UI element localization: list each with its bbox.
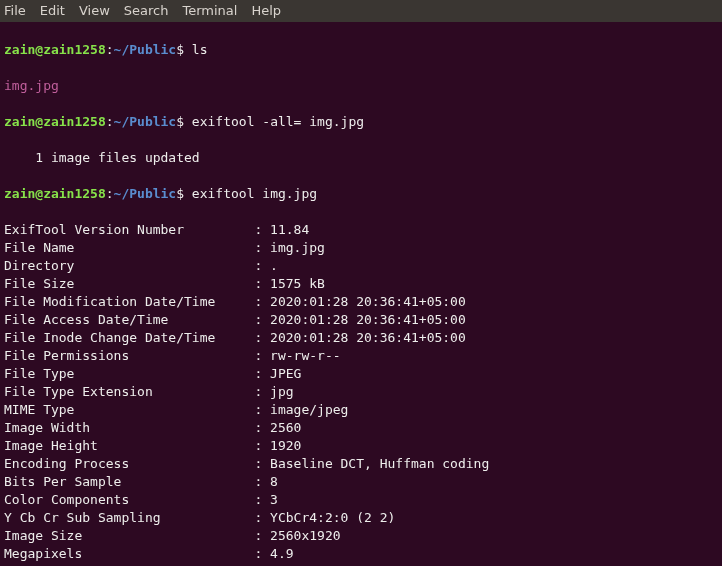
exif-field: ExifTool Version Number : 11.84 xyxy=(4,221,718,239)
exif-field: Megapixels : 4.9 xyxy=(4,545,718,563)
menu-edit[interactable]: Edit xyxy=(40,2,65,20)
exif-field: Encoding Process : Baseline DCT, Huffman… xyxy=(4,455,718,473)
menu-view[interactable]: View xyxy=(79,2,110,20)
prompt-dollar: $ xyxy=(176,42,184,57)
menu-terminal[interactable]: Terminal xyxy=(182,2,237,20)
menu-file[interactable]: File xyxy=(4,2,26,20)
cmd-exif-strip: exiftool -all= img.jpg xyxy=(192,114,364,129)
exif-field: Image Height : 1920 xyxy=(4,437,718,455)
prompt-dollar: $ xyxy=(176,114,184,129)
exif-field: File Access Date/Time : 2020:01:28 20:36… xyxy=(4,311,718,329)
exif-field: Image Size : 2560x1920 xyxy=(4,527,718,545)
exif-field: File Type Extension : jpg xyxy=(4,383,718,401)
prompt-path: ~/Public xyxy=(114,186,177,201)
cmd-exif-read: exiftool img.jpg xyxy=(192,186,317,201)
prompt-user: zain@zain1258 xyxy=(4,114,106,129)
exif-field: MIME Type : image/jpeg xyxy=(4,401,718,419)
prompt-dollar: $ xyxy=(176,186,184,201)
menu-help[interactable]: Help xyxy=(251,2,281,20)
prompt-path: ~/Public xyxy=(114,114,177,129)
prompt-path: ~/Public xyxy=(114,42,177,57)
exif-field: File Type : JPEG xyxy=(4,365,718,383)
output-updated: 1 image files updated xyxy=(4,150,200,165)
exif-field: File Inode Change Date/Time : 2020:01:28… xyxy=(4,329,718,347)
prompt-user: zain@zain1258 xyxy=(4,186,106,201)
exif-field: Y Cb Cr Sub Sampling : YCbCr4:2:0 (2 2) xyxy=(4,509,718,527)
exif-field: Image Width : 2560 xyxy=(4,419,718,437)
exif-field: File Permissions : rw-rw-r-- xyxy=(4,347,718,365)
exif-field: Color Components : 3 xyxy=(4,491,718,509)
exif-field: File Size : 1575 kB xyxy=(4,275,718,293)
exif-field: File Name : img.jpg xyxy=(4,239,718,257)
menubar: File Edit View Search Terminal Help xyxy=(0,0,722,22)
menu-search[interactable]: Search xyxy=(124,2,169,20)
exif-field: Directory : . xyxy=(4,257,718,275)
prompt-user: zain@zain1258 xyxy=(4,42,106,57)
output-img1: img.jpg xyxy=(4,78,59,93)
exif-output: ExifTool Version Number : 11.84File Name… xyxy=(4,221,718,563)
terminal[interactable]: zain@zain1258:~/Public$ ls img.jpg zain@… xyxy=(0,22,722,566)
exif-field: File Modification Date/Time : 2020:01:28… xyxy=(4,293,718,311)
cmd-ls1: ls xyxy=(192,42,208,57)
exif-field: Bits Per Sample : 8 xyxy=(4,473,718,491)
